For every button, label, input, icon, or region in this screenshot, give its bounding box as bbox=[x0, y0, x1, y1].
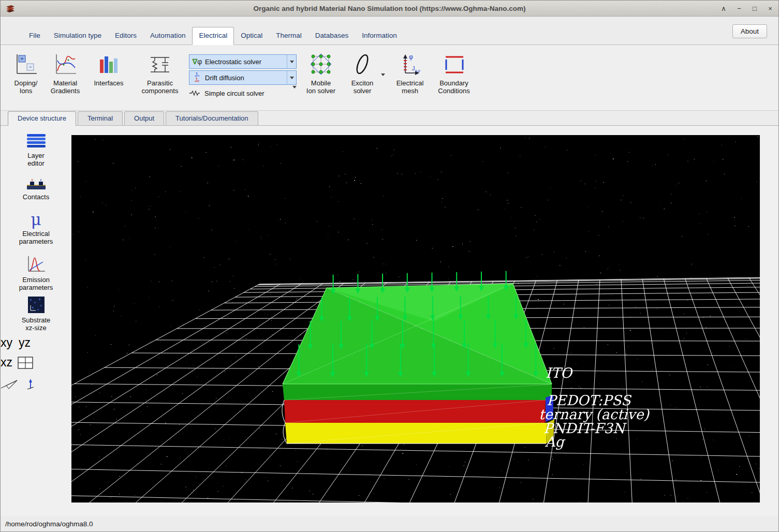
substrate-xz-size-icon bbox=[27, 295, 46, 314]
electrical-ribbon: + − Doping/ Ions Material Gradients bbox=[1, 45, 778, 111]
parasitic-components-button[interactable]: Parasitic components bbox=[137, 50, 183, 95]
tab-device-structure[interactable]: Device structure bbox=[8, 111, 76, 126]
drift-diffusion-label: Drift diffusion bbox=[205, 74, 287, 82]
svg-text:φ: φ bbox=[409, 53, 413, 61]
menu-editors[interactable]: Editors bbox=[108, 27, 143, 45]
main-menu-bar: File Simulation type Editors Automation … bbox=[1, 16, 778, 45]
emission-parameters-icon bbox=[25, 254, 47, 274]
electrostatic-solver-dropdown[interactable] bbox=[287, 55, 296, 68]
menu-automation[interactable]: Automation bbox=[143, 27, 192, 45]
exciton-solver-icon bbox=[350, 50, 374, 78]
mobile-ion-solver-icon bbox=[309, 50, 333, 78]
simple-circuit-solver-icon bbox=[189, 90, 204, 97]
shade-button[interactable]: ∧ bbox=[719, 5, 728, 12]
chevron-down-icon bbox=[290, 61, 294, 63]
minimize-button[interactable]: − bbox=[735, 5, 743, 12]
electrostatic-solver-label: Electrostatic solver bbox=[205, 58, 287, 66]
parasitic-components-label: Parasitic components bbox=[142, 79, 179, 95]
tab-tutorials-documentation[interactable]: Tutorials/Documentation bbox=[166, 111, 258, 125]
workspace-tabstrip: Device structure Terminal Output Tutoria… bbox=[1, 111, 778, 126]
menu-thermal[interactable]: Thermal bbox=[269, 27, 308, 45]
boundary-conditions-icon bbox=[442, 50, 466, 78]
drift-diffusion-icon: Jₙ Jₚ bbox=[189, 72, 205, 83]
app-window: Organic and hybrid Material Nano Simulat… bbox=[0, 0, 779, 532]
view-buttons-xz: xz bbox=[1, 356, 71, 370]
drift-diffusion-combo[interactable]: Jₙ Jₚ Drift diffusion bbox=[189, 70, 297, 85]
maximize-button[interactable]: □ bbox=[751, 5, 759, 12]
contacts-icon bbox=[25, 179, 47, 191]
menu-simulation-type[interactable]: Simulation type bbox=[47, 27, 108, 45]
parasitic-components-icon bbox=[148, 50, 172, 78]
contacts-button[interactable]: Contacts bbox=[1, 179, 71, 201]
layer-editor-label: Layer editor bbox=[27, 152, 45, 168]
menu-databases[interactable]: Databases bbox=[308, 27, 356, 45]
doping-ions-button[interactable]: + − Doping/ Ions bbox=[9, 50, 43, 95]
device-sidebar: Layer editor Contacts μ Elec bbox=[1, 126, 71, 516]
substrate-xz-size-button[interactable]: Substrate xz-size bbox=[1, 295, 71, 332]
contacts-label: Contacts bbox=[23, 193, 49, 201]
interfaces-icon bbox=[97, 50, 121, 78]
mobile-ion-solver-label: Mobile Ion solver bbox=[306, 79, 335, 95]
material-gradients-icon bbox=[53, 50, 78, 78]
view-yz-button[interactable]: yz bbox=[19, 336, 31, 350]
electrical-parameters-button[interactable]: μ Electrical parameters bbox=[1, 212, 71, 246]
grid-view-button[interactable] bbox=[18, 357, 33, 369]
emission-parameters-button[interactable]: Emission parameters bbox=[1, 254, 71, 292]
tab-output[interactable]: Output bbox=[124, 111, 164, 125]
electrical-parameters-label: Electrical parameters bbox=[19, 230, 53, 246]
simple-circuit-solver-label: Simple circuit solver bbox=[204, 90, 292, 97]
svg-text:n,p: n,p bbox=[415, 69, 420, 73]
boundary-conditions-label: Boundary Conditions bbox=[438, 79, 469, 95]
working-directory-path: /home/rod/oghma/oghma8.0 bbox=[5, 520, 93, 528]
fly-view-button[interactable] bbox=[1, 379, 18, 390]
chevron-down-icon bbox=[292, 86, 297, 97]
interfaces-button[interactable]: Interfaces bbox=[89, 50, 129, 87]
close-button[interactable]: × bbox=[766, 5, 774, 12]
electrical-mesh-button[interactable]: φ J n,p Electrical mesh bbox=[392, 50, 428, 95]
boundary-conditions-button[interactable]: Boundary Conditions bbox=[433, 50, 475, 95]
exciton-solver-dropdown[interactable] bbox=[379, 71, 387, 78]
menu-optical[interactable]: Optical bbox=[234, 27, 269, 45]
mu-icon: μ bbox=[31, 212, 41, 228]
rotate-axis-button[interactable] bbox=[26, 378, 35, 391]
emission-parameters-label: Emission parameters bbox=[19, 276, 53, 292]
about-button[interactable]: About bbox=[732, 24, 767, 38]
substrate-xz-size-label: Substrate xz-size bbox=[22, 316, 51, 332]
svg-text:+: + bbox=[20, 55, 23, 62]
solver-list: ∇φ Electrostatic solver Jₙ Jₚ Drift diff… bbox=[189, 54, 297, 100]
layer-editor-icon bbox=[26, 133, 47, 150]
material-gradients-button[interactable]: Material Gradients bbox=[46, 50, 84, 95]
view-xy-button[interactable]: xy bbox=[1, 336, 12, 350]
tab-terminal[interactable]: Terminal bbox=[78, 111, 123, 125]
menu-electrical[interactable]: Electrical bbox=[192, 27, 234, 45]
device-3d-canvas[interactable] bbox=[71, 135, 760, 503]
drift-diffusion-dropdown[interactable] bbox=[287, 71, 296, 84]
title-bar: Organic and hybrid Material Nano Simulat… bbox=[1, 1, 778, 17]
status-bar: /home/rod/oghma/oghma8.0 bbox=[1, 516, 778, 531]
device-3d-view[interactable]: ITOPEDOT:PSSternary (active)PNDIT-F3NAg bbox=[71, 135, 760, 503]
electrostatic-solver-icon: ∇φ bbox=[189, 57, 205, 66]
viewport-tools bbox=[1, 378, 71, 391]
svg-text:−: − bbox=[28, 64, 32, 70]
svg-text:J: J bbox=[412, 65, 415, 71]
window-title: Organic and hybrid Material Nano Simulat… bbox=[1, 5, 778, 12]
electrostatic-solver-combo[interactable]: ∇φ Electrostatic solver bbox=[189, 54, 297, 69]
doping-ions-label: Doping/ Ions bbox=[14, 79, 38, 95]
interfaces-label: Interfaces bbox=[94, 79, 123, 87]
chevron-down-icon bbox=[381, 73, 385, 76]
menu-file[interactable]: File bbox=[22, 27, 47, 45]
view-xz-button[interactable]: xz bbox=[1, 356, 12, 370]
doping-ions-icon: + − bbox=[13, 50, 38, 78]
chevron-down-icon bbox=[290, 77, 294, 79]
window-controls: ∧ − □ × bbox=[719, 1, 774, 16]
layer-editor-button[interactable]: Layer editor bbox=[1, 133, 71, 168]
electrical-mesh-label: Electrical mesh bbox=[396, 79, 424, 95]
exciton-solver-button[interactable]: Exciton solver bbox=[346, 50, 378, 95]
view-buttons-xy-yz: xy yz bbox=[1, 336, 71, 350]
mobile-ion-solver-button[interactable]: Mobile Ion solver bbox=[304, 50, 338, 95]
menu-information[interactable]: Information bbox=[355, 27, 404, 45]
simple-circuit-solver-item[interactable]: Simple circuit solver bbox=[189, 86, 297, 100]
exciton-solver-label: Exciton solver bbox=[351, 79, 374, 95]
circuit-solver-dropdown[interactable] bbox=[292, 88, 297, 98]
material-gradients-label: Material Gradients bbox=[51, 79, 80, 95]
